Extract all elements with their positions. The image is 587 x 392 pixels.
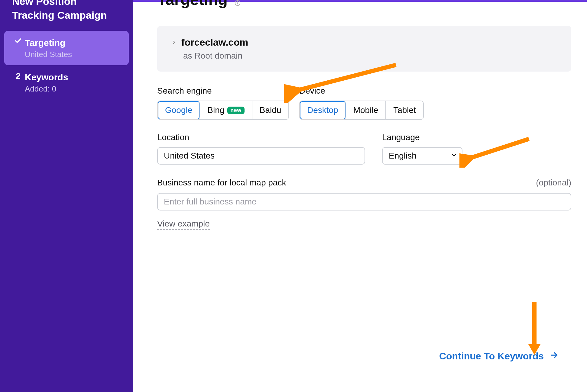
svg-point-2	[237, 2, 238, 2]
step-sub: United States	[25, 50, 122, 59]
language-select[interactable]	[382, 147, 462, 165]
business-name-label: Business name for local map pack	[157, 178, 286, 188]
optional-label: (optional)	[536, 178, 571, 188]
search-engine-baidu[interactable]: Baidu	[252, 101, 289, 119]
device-label: Device	[299, 86, 441, 96]
domain-type: as Root domain	[183, 51, 557, 61]
search-engine-bing[interactable]: Bing new	[200, 101, 252, 119]
new-badge: new	[227, 107, 245, 114]
step-list: Targeting United States 2 Keywords Added…	[0, 31, 133, 100]
search-engine-group: Google Bing new Baidu	[157, 101, 289, 120]
language-label: Language	[382, 133, 476, 142]
location-label: Location	[157, 133, 375, 142]
domain-name: forceclaw.com	[181, 37, 248, 48]
step-targeting[interactable]: Targeting United States	[4, 31, 129, 65]
search-engine-label: Search engine	[157, 86, 299, 96]
device-mobile[interactable]: Mobile	[346, 101, 386, 119]
search-engine-bing-label: Bing	[207, 105, 224, 115]
domain-summary[interactable]: forceclaw.com as Root domain	[157, 26, 571, 72]
device-tablet[interactable]: Tablet	[386, 101, 423, 119]
business-name-input[interactable]	[157, 193, 571, 210]
step-number: 2	[11, 71, 25, 81]
device-group: Desktop Mobile Tablet	[299, 101, 424, 120]
search-engine-google[interactable]: Google	[158, 101, 200, 119]
device-desktop[interactable]: Desktop	[300, 101, 346, 119]
location-input[interactable]	[157, 147, 365, 165]
page-title: Targeting	[157, 0, 563, 10]
arrow-right-icon	[550, 351, 558, 362]
step-label: Targeting	[25, 37, 122, 49]
page-title-text: Targeting	[157, 0, 228, 8]
sidebar-title: New Position Tracking Campaign	[0, 0, 133, 22]
info-icon[interactable]	[235, 0, 241, 10]
chevron-right-icon	[172, 39, 177, 47]
main-panel: Targeting forceclaw.com as Root domain S…	[133, 0, 587, 392]
view-example-link[interactable]: View example	[157, 219, 210, 230]
step-keywords[interactable]: 2 Keywords Added: 0	[4, 65, 129, 100]
step-label: Keywords	[25, 71, 122, 83]
continue-label: Continue To Keywords	[439, 351, 544, 362]
step-sub: Added: 0	[25, 84, 122, 94]
check-icon	[11, 37, 25, 45]
continue-to-keywords-button[interactable]: Continue To Keywords	[439, 351, 558, 362]
wizard-sidebar: New Position Tracking Campaign Targeting…	[0, 0, 133, 392]
